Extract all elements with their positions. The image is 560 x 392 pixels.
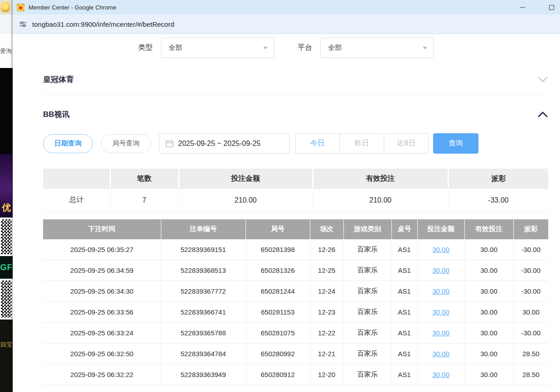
site-settings-icon[interactable] xyxy=(19,20,27,28)
cell-valid: 30.00 xyxy=(464,239,513,260)
chevron-down-icon[interactable] xyxy=(537,76,548,83)
app-icon xyxy=(17,4,24,11)
date-range-picker[interactable]: 2025-09-25 ~ 2025-09-25 xyxy=(159,133,290,154)
summary-header-valid: 有效投注 xyxy=(313,169,448,189)
cell-game: 百家乐 xyxy=(343,239,391,260)
platform-select-value: 全部 xyxy=(328,44,342,52)
last-8-days-button[interactable]: 近8日 xyxy=(384,133,429,154)
query-button[interactable]: 查询 xyxy=(433,133,478,154)
col-bet-id: 注单编号 xyxy=(161,219,246,239)
col-round: 局号 xyxy=(246,219,310,239)
today-button[interactable]: 今日 xyxy=(295,133,340,154)
cell-valid: 30.00 xyxy=(464,302,513,323)
section-divider xyxy=(43,94,548,95)
bet-record-table: 下注时间 注单编号 局号 场次 游戏类别 桌号 投注金额 有效投注 派彩 202… xyxy=(43,219,548,386)
maximize-button[interactable] xyxy=(545,0,558,14)
background-text-you: 优 xyxy=(2,202,11,218)
table-row: 2025-09-25 06:34:59522839368513650281326… xyxy=(43,260,548,281)
bet-amount-link[interactable]: 30.00 xyxy=(432,266,449,274)
bet-amount-link[interactable]: 30.00 xyxy=(432,287,449,295)
url-text[interactable]: tongbao31.com:9900/infe/mcenter/#/betRec… xyxy=(32,20,174,28)
cell-payout: 28.50 xyxy=(513,344,548,364)
cell-game: 百家乐 xyxy=(343,364,391,385)
bet-amount-link[interactable]: 30.00 xyxy=(432,329,449,337)
filter-row: 类型 全部 平台 全部 xyxy=(138,38,560,58)
bet-amount-link[interactable]: 30.00 xyxy=(432,308,449,316)
quick-range-group: 今日 昨日 近8日 xyxy=(295,133,429,154)
bet-amount-link[interactable]: 30.00 xyxy=(432,246,449,253)
cell-game: 百家乐 xyxy=(343,323,391,344)
cell-table-no: AS1 xyxy=(391,364,417,385)
cell-bet-id: 522839367772 xyxy=(161,281,246,302)
date-query-button[interactable]: 日期查询 xyxy=(43,134,93,153)
table-row: 2025-09-25 06:35:27522839369151650281398… xyxy=(43,239,548,260)
cell-table-no: AS1 xyxy=(391,302,417,323)
cell-round: 650280912 xyxy=(246,364,310,385)
background-taskbar-area xyxy=(0,0,13,15)
cell-game: 百家乐 xyxy=(343,281,391,302)
table-row: 2025-09-25 06:33:56522839366741650281153… xyxy=(43,302,548,323)
summary-header-empty xyxy=(43,169,110,189)
cell-valid: 30.00 xyxy=(464,364,513,385)
bet-table-body: 2025-09-25 06:35:27522839369151650281398… xyxy=(43,239,548,385)
cell-bet-id: 522839368513 xyxy=(161,260,246,281)
cell-valid: 30.00 xyxy=(464,344,513,364)
section-crown-sports[interactable]: 皇冠体育 xyxy=(43,72,548,87)
cell-amount: 30.00 xyxy=(417,323,464,344)
summary-amount: 210.00 xyxy=(179,189,313,212)
cell-round: 650281326 xyxy=(246,260,310,281)
col-payout: 派彩 xyxy=(513,219,548,239)
summary-payout: -33.00 xyxy=(448,189,548,212)
background-text-gold: 回宝 xyxy=(0,341,12,348)
section-title: 皇冠体育 xyxy=(43,74,74,85)
cell-round: 650280992 xyxy=(246,344,310,364)
chevron-up-icon[interactable] xyxy=(537,111,548,118)
background-webpage-edge: 爱淘 xyxy=(0,34,13,68)
background-bottom-area: 回宝 xyxy=(0,319,13,392)
minimize-button[interactable] xyxy=(516,0,529,14)
col-bet-amount: 投注金额 xyxy=(417,219,464,239)
cell-time: 2025-09-25 06:32:22 xyxy=(43,364,161,385)
qr-pattern xyxy=(1,219,12,254)
section-bb-video[interactable]: BB视讯 xyxy=(43,106,548,122)
cell-round: 650281075 xyxy=(246,323,310,344)
cell-table-no: AS1 xyxy=(391,323,417,344)
cell-amount: 30.00 xyxy=(417,364,464,385)
query-controls: 日期查询 局号查询 2025-09-25 ~ 2025-09-25 今日 xyxy=(43,133,548,154)
cell-bet-id: 522839364784 xyxy=(161,344,246,364)
maximize-icon xyxy=(549,5,554,10)
type-label: 类型 xyxy=(138,43,153,53)
cell-game: 百家乐 xyxy=(343,302,391,323)
bet-table-header-row: 下注时间 注单编号 局号 场次 游戏类别 桌号 投注金额 有效投注 派彩 xyxy=(43,219,548,239)
cell-time: 2025-09-25 06:33:56 xyxy=(43,302,161,323)
type-select[interactable]: 全部 xyxy=(161,38,274,58)
cell-time: 2025-09-25 06:34:30 xyxy=(43,281,161,302)
cell-payout: -30.00 xyxy=(513,260,548,281)
cell-amount: 30.00 xyxy=(417,260,464,281)
cell-session: 12-25 xyxy=(310,260,343,281)
background-light-area xyxy=(0,15,13,34)
cell-round: 650281398 xyxy=(246,239,310,260)
platform-select[interactable]: 全部 xyxy=(320,38,434,58)
date-range-value: 2025-09-25 ~ 2025-09-25 xyxy=(178,140,261,148)
bet-amount-link[interactable]: 30.00 xyxy=(432,350,449,358)
cell-round: 650281153 xyxy=(246,302,310,323)
summary-valid: 210.00 xyxy=(313,189,448,212)
cell-session: 12-21 xyxy=(310,344,343,364)
yesterday-button[interactable]: 昨日 xyxy=(339,133,384,154)
cell-amount: 30.00 xyxy=(417,239,464,260)
cell-payout: -30.00 xyxy=(513,239,548,260)
cell-bet-id: 522839369151 xyxy=(161,239,246,260)
cell-payout: 28.50 xyxy=(513,364,548,385)
cell-time: 2025-09-25 06:34:59 xyxy=(43,260,161,281)
col-session: 场次 xyxy=(310,219,343,239)
cell-time: 2025-09-25 06:33:24 xyxy=(43,323,161,344)
round-query-button[interactable]: 局号查询 xyxy=(101,134,151,153)
bet-amount-link[interactable]: 30.00 xyxy=(432,371,449,378)
cell-table-no: AS1 xyxy=(391,260,417,281)
cell-valid: 30.00 xyxy=(464,323,513,344)
background-app-icon xyxy=(1,2,10,12)
cell-time: 2025-09-25 06:35:27 xyxy=(43,239,161,260)
background-text-gf: GF xyxy=(0,263,13,272)
cell-time: 2025-09-25 06:32:50 xyxy=(43,344,161,364)
